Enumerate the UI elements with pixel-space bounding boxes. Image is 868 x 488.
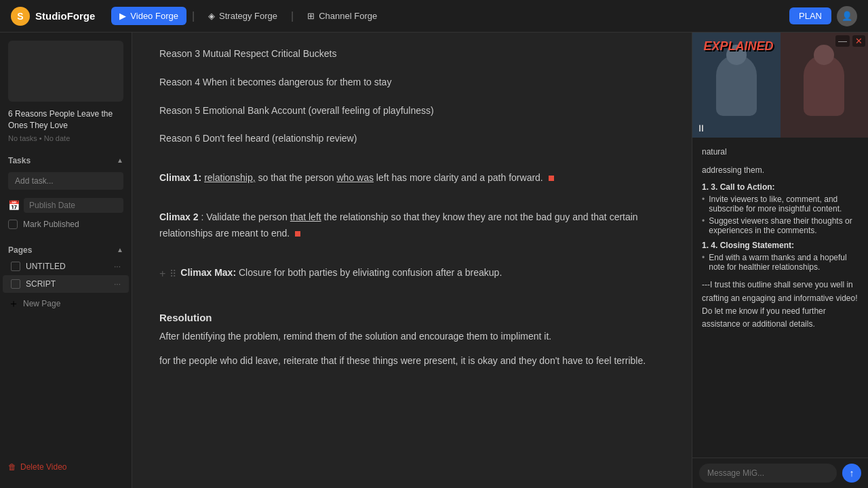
person-right-silhouette [804, 55, 844, 116]
channel-icon: ⊞ [307, 11, 315, 21]
logo-area: S StudioForge [11, 7, 95, 26]
calendar-icon: 📅 [8, 200, 20, 211]
video-pause-button[interactable]: ⏸ [696, 123, 706, 134]
video-right-person [781, 33, 869, 138]
comment-dot-1 [549, 176, 554, 181]
page-item-untitled[interactable]: UNTITLED ··· [3, 258, 129, 275]
add-content-row: + ⠿ Climax Max: Closure for both parties… [159, 265, 665, 284]
content-reason5: Reason 5 Emotional Bank Account (overall… [159, 103, 665, 119]
add-task-button[interactable]: Add task... [8, 172, 123, 190]
video-preview: EXPLAINED ⏸ — ✕ [692, 33, 868, 138]
content-climax2: Climax 2 : Validate the person that left… [159, 209, 665, 242]
plus-icon: ＋ [8, 297, 19, 311]
video-minimize-button[interactable]: — [835, 35, 850, 47]
pages-chevron-icon: ▲ [117, 246, 123, 253]
bullet-dot-3: • [702, 253, 705, 272]
video-title: 6 Reasons People Leave the Ones They Lov… [0, 108, 132, 131]
explained-text: EXPLAINED [703, 39, 773, 54]
comment-dot-2 [295, 231, 300, 237]
chat-send-button[interactable]: ↑ [842, 464, 861, 483]
content-reason4: Reason 4 When it becomes dangerous for t… [159, 75, 665, 91]
resolution-heading: Resolution [159, 312, 665, 323]
mark-published-label: Mark Published [23, 220, 79, 229]
resolution-p2: for the people who did leave, reiterate … [159, 353, 665, 369]
ai-section4-bullet1: • End with a warm thanks and a hopeful n… [702, 253, 859, 272]
person-right-head [814, 45, 834, 65]
publish-date-row: 📅 [0, 194, 132, 217]
climax1-label: Climax 1: [159, 172, 201, 183]
video-inner: EXPLAINED [692, 33, 868, 138]
sidebar: 6 Reasons People Leave the Ones They Lov… [0, 33, 132, 488]
page-icon-untitled [11, 262, 20, 271]
pages-section: Pages ▲ UNTITLED ··· SCRIPT ··· ＋ New Pa… [0, 243, 132, 315]
drag-handle-icon[interactable]: ⠿ [170, 268, 176, 279]
ai-natural-text: natural [702, 146, 859, 159]
content-climax-max: Climax Max: Closure for both parties by … [180, 265, 502, 281]
video-left-person: EXPLAINED [692, 33, 781, 138]
video-thumbnail [8, 41, 123, 102]
page-dots-script[interactable]: ··· [114, 279, 121, 289]
nav-channel-forge[interactable]: ⊞ Channel Forge [299, 7, 385, 25]
tasks-chevron-icon: ▲ [117, 157, 123, 164]
content-editor[interactable]: Reason 3 Mutual Respect Critical Buckets… [132, 33, 692, 488]
mark-published-checkbox[interactable] [8, 220, 18, 229]
send-icon: ↑ [850, 468, 854, 479]
right-panel: EXPLAINED ⏸ — ✕ natu [692, 33, 868, 488]
person-left-silhouette [716, 55, 757, 116]
video-meta: No tasks • No date [0, 134, 132, 142]
video-controls: ⏸ [696, 123, 706, 134]
publish-date-input[interactable] [24, 198, 123, 213]
bullet-dot-1: • [702, 195, 705, 214]
logo-icon: S [11, 7, 30, 26]
ai-section3-label: 1. 3. Call to Action: [702, 182, 859, 192]
content-reason3: Reason 3 Mutual Respect Critical Buckets [159, 46, 665, 62]
mark-published-row: Mark Published [0, 217, 132, 232]
sidebar-bottom: 🗑 Delete Video [0, 454, 132, 480]
content-reason6: Reason 6 Don't feel heard (relationship … [159, 131, 665, 147]
strategy-icon: ◈ [208, 11, 215, 21]
plan-button[interactable]: PLAN [789, 7, 831, 24]
page-icon-script [11, 279, 20, 289]
chat-input[interactable] [699, 464, 837, 483]
trash-icon: 🗑 [8, 462, 16, 472]
ai-chat-content: natural addressing them. 1. 3. Call to A… [692, 138, 868, 458]
main-area: 6 Reasons People Leave the Ones They Lov… [0, 33, 868, 488]
video-close-button[interactable]: ✕ [852, 35, 865, 47]
ai-section3-bullet1: • Invite viewers to like, comment, and s… [702, 195, 859, 214]
chat-input-area: ↑ [692, 458, 868, 488]
page-dots-untitled[interactable]: ··· [114, 262, 121, 271]
new-page-row[interactable]: ＋ New Page [0, 293, 132, 315]
ai-closing-text: ---I trust this outline shall serve you … [702, 279, 859, 331]
content-climax1: Climax 1: relationship, so that the pers… [159, 170, 665, 186]
resolution-p1: After Identifying the problem, remind th… [159, 329, 665, 345]
app-title: StudioForge [35, 10, 95, 22]
nav-separator-1: | [192, 10, 195, 22]
ai-addressing-text: addressing them. [702, 164, 859, 177]
delete-video-button[interactable]: 🗑 Delete Video [8, 460, 67, 474]
user-avatar[interactable]: 👤 [837, 6, 857, 26]
tasks-section-header: Tasks ▲ [0, 153, 132, 168]
ai-section3-bullet2: • Suggest viewers share their thoughts o… [702, 216, 859, 235]
climax-max-label: Climax Max: [180, 267, 236, 278]
nav-video-forge[interactable]: ▶ Video Forge [111, 7, 186, 25]
nav-separator-2: | [291, 10, 294, 22]
page-item-script[interactable]: SCRIPT ··· [3, 275, 129, 293]
pages-section-header: Pages ▲ [0, 243, 132, 258]
top-navigation: S StudioForge ▶ Video Forge | ◈ Strategy… [0, 0, 868, 33]
video-icon: ▶ [119, 11, 126, 21]
ai-section4-label: 1. 4. Closing Statement: [702, 241, 859, 250]
bullet-dot-2: • [702, 216, 705, 235]
add-line-icon[interactable]: + [159, 268, 165, 280]
video-panel-controls: — ✕ [835, 35, 865, 47]
climax2-label: Climax 2 [159, 211, 199, 222]
nav-strategy-forge[interactable]: ◈ Strategy Forge [200, 7, 285, 25]
